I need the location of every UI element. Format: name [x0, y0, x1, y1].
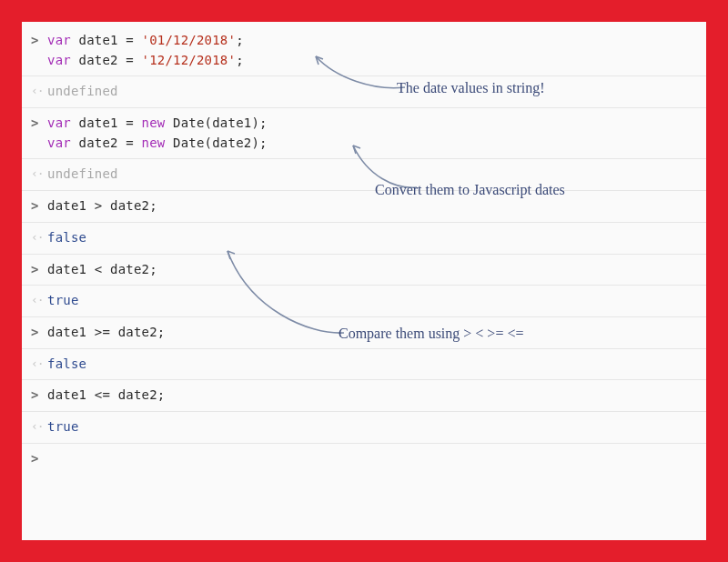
- output-prompt-icon: [31, 228, 47, 246]
- input-prompt-icon: >: [31, 449, 47, 468]
- output-prompt-icon: [31, 417, 47, 436]
- code-input[interactable]: date1 >= date2;: [47, 323, 165, 343]
- input-prompt-icon: >: [31, 386, 47, 405]
- code-output: undefined: [47, 82, 118, 102]
- input-prompt-icon: >: [31, 260, 47, 279]
- devtools-console[interactable]: >var date1 = '01/12/2018'; var date2 = '…: [22, 22, 706, 540]
- console-input-row: >date1 <= date2;: [22, 380, 706, 412]
- code-input[interactable]: date1 > date2;: [47, 196, 157, 216]
- code-output: true: [47, 417, 79, 437]
- output-prompt-icon: [31, 82, 47, 100]
- code-input[interactable]: var date1 = new Date(date1); var date2 =…: [47, 114, 268, 153]
- output-prompt-icon: [31, 355, 47, 373]
- console-input-row: >var date1 = new Date(date1); var date2 …: [22, 108, 706, 159]
- console-input-row: >var date1 = '01/12/2018'; var date2 = '…: [22, 25, 706, 76]
- console-input-row: >date1 < date2;: [22, 255, 706, 286]
- code-output: false: [47, 228, 86, 248]
- input-prompt-icon: >: [31, 196, 47, 216]
- console-output-row: false: [22, 223, 706, 255]
- code-input[interactable]: var date1 = '01/12/2018'; var date2 = '1…: [47, 31, 244, 70]
- console-output-row: true: [22, 286, 706, 317]
- output-prompt-icon: [31, 165, 47, 183]
- code-output: true: [47, 291, 79, 311]
- console-input-row: >: [22, 444, 706, 474]
- code-input[interactable]: date1 <= date2;: [47, 386, 165, 406]
- code-output: false: [47, 355, 86, 375]
- console-output-row: true: [22, 412, 706, 444]
- console-output-row: undefined: [22, 76, 706, 108]
- input-prompt-icon: >: [31, 323, 47, 342]
- console-output-row: false: [22, 349, 706, 381]
- code-input[interactable]: date1 < date2;: [47, 260, 157, 280]
- output-prompt-icon: [31, 291, 47, 309]
- console-output-row: undefined: [22, 159, 706, 191]
- input-prompt-icon: >: [31, 114, 47, 133]
- input-prompt-icon: >: [31, 31, 47, 50]
- console-input-row: >date1 >= date2;: [22, 317, 706, 349]
- console-input-row: >date1 > date2;: [22, 191, 706, 223]
- code-output: undefined: [47, 165, 118, 185]
